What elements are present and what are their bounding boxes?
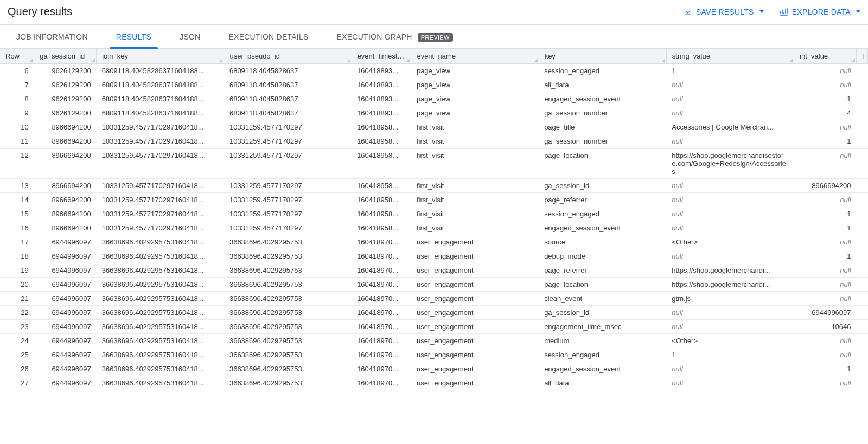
table-cell: user_engagement [411, 263, 539, 278]
table-row[interactable]: 27694499609736638696.4029295753160418...… [0, 376, 868, 390]
table-row[interactable]: 12896669420010331259.4577170297160418...… [0, 149, 868, 179]
resize-grip-icon[interactable] [533, 58, 538, 62]
table-row[interactable]: 19694499609736638696.4029295753160418...… [0, 263, 868, 278]
save-results-button[interactable]: SAVE RESULTS [683, 7, 764, 17]
table-cell: 10331259.4577170297 [224, 221, 352, 235]
table-cell: medium [539, 334, 666, 348]
table-cell: 160418958... [352, 120, 411, 134]
table-row[interactable]: 15896669420010331259.4577170297160418...… [0, 207, 868, 221]
table-cell: 36638696.4029295753 [224, 235, 352, 249]
table-cell: 160418970... [352, 235, 411, 249]
table-cell: page_location [539, 149, 666, 179]
table-cell: engaged_session_event [539, 221, 666, 235]
resize-grip-icon[interactable] [788, 58, 793, 62]
table-cell: first_visit [411, 120, 539, 134]
table-row[interactable]: 696261292006809118.40458286371604188...6… [0, 64, 868, 78]
resize-grip-icon[interactable] [218, 58, 222, 62]
table-cell: 4 [794, 106, 857, 120]
table-cell: 36638696.4029295753160418... [97, 306, 224, 320]
resize-grip-icon[interactable] [851, 58, 855, 62]
table-cell: 6944996097 [34, 263, 97, 278]
table-row[interactable]: 26694499609736638696.4029295753160418...… [0, 362, 868, 376]
table-row[interactable]: 10896669420010331259.4577170297160418...… [0, 120, 868, 134]
col-string-value[interactable]: string_value [666, 49, 794, 64]
table-row[interactable]: 20694499609736638696.4029295753160418...… [0, 278, 868, 292]
table-cell [857, 221, 868, 235]
table-cell: 10331259.4577170297160418... [97, 207, 224, 221]
tab-execution-details[interactable]: EXECUTION DETAILS [214, 25, 322, 48]
table-cell: 10331259.4577170297160418... [97, 221, 224, 235]
table-body: 696261292006809118.40458286371604188...6… [0, 64, 868, 390]
table-cell: 15 [0, 207, 34, 221]
table-row[interactable]: 24694499609736638696.4029295753160418...… [0, 334, 868, 348]
table-cell: 160418958... [352, 207, 411, 221]
tab-execution-graph[interactable]: EXECUTION GRAPH PREVIEW [323, 25, 467, 48]
col-event-timestamp[interactable]: event_timestamp [352, 49, 411, 64]
resize-grip-icon[interactable] [28, 58, 33, 62]
table-row[interactable]: 11896669420010331259.4577170297160418...… [0, 134, 868, 149]
col-ga-session-id[interactable]: ga_session_id [34, 49, 97, 64]
table-cell: null [666, 78, 794, 92]
table-cell: page_view [411, 64, 539, 78]
table-cell: gtm.js [666, 292, 794, 306]
table-cell: 36638696.4029295753 [224, 306, 352, 320]
table-cell: 6809118.4045828637 [224, 106, 352, 120]
resize-grip-icon[interactable] [346, 58, 350, 62]
resize-grip-icon[interactable] [405, 58, 410, 62]
col-join-key[interactable]: join_key [97, 49, 224, 64]
table-cell: 160418970... [352, 348, 411, 362]
table-row[interactable]: 14896669420010331259.4577170297160418...… [0, 193, 868, 207]
table-cell: first_visit [411, 134, 539, 149]
table-cell: 9626129200 [34, 64, 97, 78]
table-row[interactable]: 896261292006809118.40458286371604188...6… [0, 92, 868, 106]
table-cell: 10646 [794, 320, 857, 334]
table-row[interactable]: 16896669420010331259.4577170297160418...… [0, 221, 868, 235]
table-cell: all_data [539, 78, 666, 92]
table-row[interactable]: 18694499609736638696.4029295753160418...… [0, 249, 868, 263]
table-cell [857, 134, 868, 149]
table-cell: page_view [411, 92, 539, 106]
tab-json[interactable]: JSON [165, 25, 214, 48]
table-row[interactable]: 21694499609736638696.4029295753160418...… [0, 292, 868, 306]
table-row[interactable]: 796261292006809118.40458286371604188...6… [0, 78, 868, 92]
explore-data-button[interactable]: EXPLORE DATA [779, 7, 860, 17]
table-cell: 160418893... [352, 78, 411, 92]
table-cell: ga_session_number [539, 106, 666, 120]
table-cell: ga_session_id [539, 306, 666, 320]
table-row[interactable]: 13896669420010331259.4577170297160418...… [0, 179, 868, 193]
col-key[interactable]: key [539, 49, 666, 64]
col-overflow[interactable]: f [857, 49, 868, 64]
table-cell: 9626129200 [34, 106, 97, 120]
table-row[interactable]: 996261292006809118.40458286371604188...6… [0, 106, 868, 120]
col-event-name[interactable]: event_name [411, 49, 539, 64]
preview-badge: PREVIEW [418, 33, 453, 42]
col-int-value[interactable]: int_value [794, 49, 857, 64]
table-cell: https://shop.googlemerchandisestore.com/… [666, 149, 794, 179]
table-cell: 1 [666, 348, 794, 362]
table-cell: 9 [0, 106, 34, 120]
resize-grip-icon[interactable] [91, 58, 95, 62]
table-cell [857, 278, 868, 292]
table-row[interactable]: 25694499609736638696.4029295753160418...… [0, 348, 868, 362]
results-table: Row ga_session_id join_key user_pseudo_i… [0, 49, 868, 390]
tab-results[interactable]: RESULTS [102, 25, 165, 48]
chart-icon [779, 7, 789, 17]
table-row[interactable]: 22694499609736638696.4029295753160418...… [0, 306, 868, 320]
resize-grip-icon[interactable] [661, 58, 665, 62]
header-actions: SAVE RESULTS EXPLORE DATA [683, 7, 860, 17]
table-cell: session_engaged [539, 348, 666, 362]
table-cell [857, 120, 868, 134]
table-cell: 1 [794, 134, 857, 149]
table-cell: 13 [0, 179, 34, 193]
table-cell: 160418970... [352, 306, 411, 320]
table-cell: first_visit [411, 193, 539, 207]
table-cell: 6944996097 [34, 348, 97, 362]
table-cell: 6809118.40458286371604188... [97, 78, 224, 92]
tab-job-information[interactable]: JOB INFORMATION [2, 25, 102, 48]
table-cell: 36638696.4029295753160418... [97, 263, 224, 278]
col-user-pseudo-id[interactable]: user_pseudo_id [224, 49, 352, 64]
table-row[interactable]: 23694499609736638696.4029295753160418...… [0, 320, 868, 334]
table-row[interactable]: 17694499609736638696.4029295753160418...… [0, 235, 868, 249]
table-cell: 6809118.40458286371604188... [97, 92, 224, 106]
col-row[interactable]: Row [0, 49, 34, 64]
